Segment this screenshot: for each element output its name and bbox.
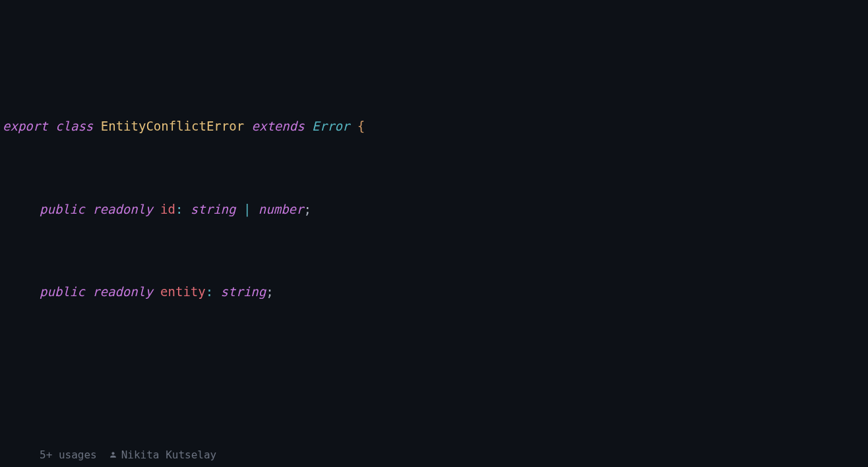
inlay-hint-constructor: 5+ usagesNikita Kutselay xyxy=(0,445,868,466)
super-type: Error xyxy=(312,119,350,133)
field-name: id xyxy=(160,202,175,216)
usages-link[interactable]: 5+ usages xyxy=(40,445,97,466)
type-string: string xyxy=(191,202,236,216)
field-name: entity xyxy=(160,284,206,299)
code-line-field-entity[interactable]: public readonly entity: string; xyxy=(0,278,868,306)
semicolon: ; xyxy=(266,284,273,299)
pipe: | xyxy=(243,202,251,216)
keyword-public: public xyxy=(40,202,85,216)
code-line-class-decl[interactable]: export class EntityConflictError extends… xyxy=(0,113,868,140)
keyword-export: export xyxy=(3,119,48,133)
type-number: number xyxy=(259,202,304,216)
code-line-field-id[interactable]: public readonly id: string | number; xyxy=(0,196,868,224)
class-name: EntityConflictError xyxy=(101,119,244,133)
colon: : xyxy=(206,284,213,299)
blank-line[interactable] xyxy=(0,361,868,389)
person-icon xyxy=(109,451,117,459)
type-string: string xyxy=(221,284,266,299)
author-name: Nikita Kutselay xyxy=(121,445,217,466)
keyword-readonly: readonly xyxy=(92,284,153,299)
colon: : xyxy=(175,202,183,216)
keyword-readonly: readonly xyxy=(92,202,153,216)
semicolon: ; xyxy=(304,202,311,216)
keyword-class: class xyxy=(55,119,93,133)
keyword-extends: extends xyxy=(252,119,305,133)
brace-open: { xyxy=(357,119,365,133)
author-link[interactable]: Nikita Kutselay xyxy=(109,445,217,466)
keyword-public: public xyxy=(40,284,85,299)
